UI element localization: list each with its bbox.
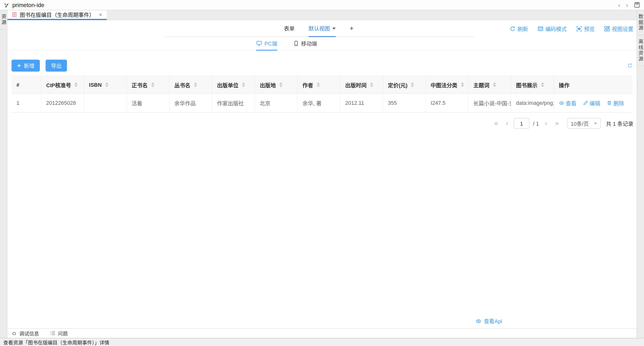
export-button[interactable]: 导出 [46,60,67,72]
prev-page-icon[interactable]: ‹ [502,120,512,127]
row-action-eye[interactable]: 查看 [559,99,576,107]
strip-item[interactable]: 数据源 [637,10,644,35]
preview-icon [576,26,582,32]
column-header[interactable]: 出版地 [254,76,298,94]
column-header[interactable]: 正书名 [126,76,170,94]
strip-item[interactable]: 资源 [0,10,7,30]
column-header: # [12,76,41,94]
view-tab-0[interactable]: 表单 [284,20,295,37]
tab-label: 图书在版编目（生命周期事件） [20,11,94,19]
nav-forward-icon[interactable]: › [623,2,631,8]
app-window: primeton-ide ‹ › 资源 [0,0,644,346]
right-tool-strip: 数据源离线资源 [637,10,644,338]
sort-icon[interactable] [242,82,245,87]
column-header[interactable]: 出版时间 [340,76,383,94]
toolbar-refresh-button[interactable]: 刷新 [510,25,528,32]
column-header[interactable]: ISBN [84,76,126,94]
code-mode-icon [538,26,544,32]
sort-icon[interactable] [105,82,108,87]
view-api-label: 查看Api [484,317,502,325]
sort-icon[interactable] [411,82,414,87]
sort-icon[interactable] [74,82,78,87]
bottom-panel-debug[interactable]: 调试信息 [12,330,39,337]
column-header-label: 作者 [302,81,313,89]
editor-panel: 表单默认视图+ 刷新编码模式预览视图设置 PC端移动端 新增 [7,20,636,328]
app-logo-icon [4,2,10,8]
bottom-panel-label: 问题 [58,330,68,337]
data-table: #CIP核准号ISBN正书名丛书名出版单位出版地作者出版时间定价(元)中图法分类… [12,76,632,113]
eye-icon [476,318,482,324]
sort-icon[interactable] [279,82,282,87]
page-size-value: 10条/页 [571,119,589,127]
grid-refresh-icon[interactable] [627,63,632,68]
toolbar-label: 预览 [584,25,595,32]
mobile-icon [294,41,299,46]
add-button-label: 新增 [24,62,34,69]
strip-item[interactable]: 离线资源 [637,35,644,66]
page-count: / 1 [531,120,541,126]
export-button-label: 导出 [51,62,62,69]
eye-icon [559,100,564,106]
sort-icon[interactable] [492,82,496,87]
column-header-label: 出版单位 [217,81,238,89]
edit-icon [583,100,588,106]
sort-icon[interactable] [461,82,464,87]
statusbar-text: 查看资源「图书在版编目（生命周期事件）」详情 [4,339,109,346]
app-title: primeton-ide [12,2,44,8]
view-tab-1[interactable]: 默认视图 [308,20,336,37]
chevron-down-icon[interactable] [332,28,336,30]
view-tab-label: + [350,24,354,32]
toolbar-label: 编码模式 [546,25,567,32]
column-header: 操作 [554,76,632,94]
row-action-delete[interactable]: 删除 [606,99,624,107]
bottom-panel-problems[interactable]: 问题 [50,330,68,337]
debug-icon [12,331,17,336]
column-header[interactable]: 图书展示 [511,76,554,94]
view-api-link[interactable]: 查看Api [476,317,502,325]
view-tab-2[interactable]: + [350,20,354,37]
table-cell: 北京 [254,94,298,113]
total-records: 共 1 条记录 [606,119,633,127]
view-tabs: 表单默认视图+ [284,20,354,37]
table-cell: 活着 [126,94,170,113]
editor-toolbar: 刷新编码模式预览视图设置 [510,20,633,37]
close-tab-icon[interactable]: × [99,12,102,18]
sort-icon[interactable] [370,82,373,87]
sort-icon[interactable] [151,82,154,87]
save-icon[interactable] [634,2,640,8]
table-cell: 355 [383,94,426,113]
page-size-select[interactable]: 10条/页 [567,118,601,129]
first-page-icon[interactable]: « [490,120,502,127]
column-header[interactable]: 主题词 [468,76,511,94]
tab-book-cip[interactable]: 图书在版编目（生命周期事件） × [7,10,106,20]
statusbar: 查看资源「图书在版编目（生命周期事件）」详情 [0,338,644,346]
page-input[interactable] [514,118,529,129]
row-action-edit[interactable]: 编辑 [583,99,600,107]
nav-back-icon[interactable]: ‹ [615,2,623,8]
table-cell: 余华作品 [169,94,212,113]
column-header[interactable]: 作者 [298,76,340,94]
sort-icon[interactable] [541,82,544,87]
column-header[interactable]: 出版单位 [212,76,255,94]
toolbar-preview-button[interactable]: 预览 [576,25,595,32]
sort-icon[interactable] [194,82,197,87]
table-cell: 2012.11 [340,94,383,113]
toolbar-view-settings-button[interactable]: 视图设置 [604,25,633,32]
column-header[interactable]: 定价(元) [383,76,426,94]
device-tab-1[interactable]: 移动端 [294,37,317,51]
column-header[interactable]: 中图法分类 [426,76,468,94]
column-header-label: 操作 [559,81,570,89]
view-tab-label: 默认视图 [308,24,330,32]
add-button[interactable]: 新增 [12,60,40,72]
column-header[interactable]: 丛书名 [169,76,212,94]
document-icon [12,12,17,17]
column-header[interactable]: CIP核准号 [41,76,84,94]
sort-icon[interactable] [316,82,320,87]
refresh-icon [510,26,516,32]
action-label: 编辑 [590,99,600,107]
device-tab-0[interactable]: PC端 [256,37,277,51]
last-page-icon[interactable]: » [551,120,563,127]
next-page-icon[interactable]: › [541,120,551,127]
toolbar-label: 视图设置 [612,25,633,32]
toolbar-code-mode-button[interactable]: 编码模式 [538,25,567,32]
